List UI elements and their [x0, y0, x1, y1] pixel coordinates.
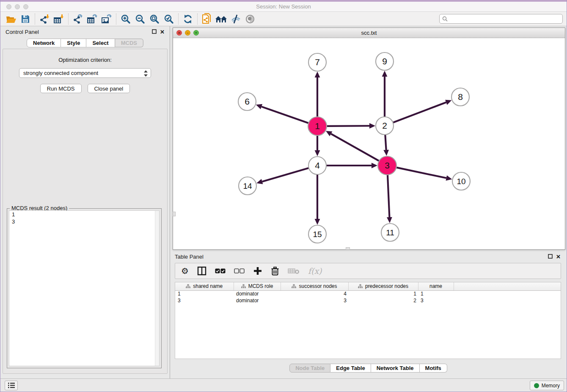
refresh-view-button[interactable] [181, 13, 195, 25]
cell-shared-name[interactable]: 3 [175, 297, 234, 304]
home-icon [215, 14, 228, 24]
svg-text:1: 1 [315, 121, 320, 131]
network-window-title: scc.txt [173, 30, 565, 36]
export-image-button[interactable] [99, 13, 114, 25]
float-panel-icon[interactable] [548, 254, 553, 260]
splitter-handle-vertical[interactable] [173, 212, 176, 216]
columns-icon [197, 266, 206, 276]
column-header-filler [454, 282, 561, 290]
zoom-out-button[interactable] [133, 13, 147, 25]
toolbar-search-field[interactable] [439, 14, 563, 24]
column-header-name[interactable]: name [418, 282, 454, 290]
network-view-window: ✕ − + scc.txt 7968124314101511 [173, 28, 565, 250]
hierarchy-icon [186, 284, 190, 288]
refresh-icon [183, 14, 193, 24]
control-panel-header: Control Panel ✕ [0, 26, 170, 37]
window-titlebar[interactable]: Session: New Session [0, 2, 567, 12]
save-session-button[interactable] [18, 13, 33, 25]
cell-mcds-role[interactable]: dominator [234, 297, 281, 304]
toolbar-separator [68, 14, 69, 25]
application-window: Session: New Session [0, 0, 567, 392]
result-scrollbar[interactable] [155, 211, 159, 366]
show-details-eye-icon [245, 14, 255, 24]
float-panel-icon[interactable] [152, 29, 157, 35]
cell-name[interactable]: 3 [418, 297, 454, 304]
search-input[interactable] [450, 16, 560, 22]
cell-successor-nodes[interactable]: 4 [281, 290, 348, 297]
tab-network-table[interactable]: Network Table [371, 364, 420, 373]
tab-select[interactable]: Select [86, 39, 115, 47]
column-visibility-button[interactable] [197, 266, 206, 276]
table-row[interactable]: 1 dominator 4 1 1 [175, 290, 561, 297]
network-window-titlebar[interactable]: ✕ − + scc.txt [173, 28, 565, 38]
tab-node-table[interactable]: Node Table [289, 364, 330, 373]
cell-predecessor-nodes[interactable]: 2 [348, 297, 418, 304]
cell-shared-name[interactable]: 1 [175, 290, 234, 297]
window-title: Session: New Session [0, 3, 567, 10]
add-column-button[interactable] [253, 266, 262, 276]
optimization-criterion-select[interactable]: strongly connected component [19, 68, 151, 78]
save-icon [21, 14, 30, 24]
right-area: ✕ − + scc.txt 7968124314101511 Table Pan… [170, 26, 567, 378]
node-table[interactable]: shared name MCDS role successor nodes pr… [175, 282, 561, 359]
delete-column-button[interactable] [271, 266, 279, 276]
zoom-in-button[interactable] [118, 13, 133, 25]
run-mcds-button[interactable]: Run MCDS [40, 84, 82, 93]
mcds-result-textarea[interactable]: 1 3 [9, 210, 160, 366]
select-all-button[interactable] [215, 268, 226, 273]
optimization-criterion-value: strongly connected component [23, 70, 98, 76]
table-row[interactable]: 3 dominator 3 2 3 [175, 297, 561, 304]
table-panel: Table Panel ✕ ⚙ f(x) [170, 251, 567, 378]
export-network-button[interactable] [71, 13, 85, 25]
import-table-button[interactable] [52, 13, 66, 25]
splitter-handle-horizontal[interactable] [346, 247, 350, 250]
network-graph[interactable]: 7968124314101511 [173, 39, 566, 249]
column-header-shared-name[interactable]: shared name [175, 282, 234, 290]
cell-name[interactable]: 1 [418, 290, 454, 297]
task-history-button[interactable] [5, 381, 18, 390]
column-header-successor-nodes[interactable]: successor nodes [281, 282, 348, 290]
import-network-button[interactable] [37, 13, 52, 25]
tab-style[interactable]: Style [61, 39, 86, 47]
cell-mcds-role[interactable]: dominator [234, 290, 281, 297]
toolbar-separator [35, 14, 35, 25]
svg-text:14: 14 [243, 182, 252, 190]
svg-text:7: 7 [315, 57, 320, 67]
unchecked-boxes-icon [234, 268, 245, 273]
tab-network[interactable]: Network [27, 39, 61, 47]
export-table-button[interactable] [85, 13, 99, 25]
zoom-selected-button[interactable] [162, 13, 176, 25]
network-file-button[interactable] [200, 13, 214, 25]
fx-icon: f(x) [308, 266, 322, 276]
delete-table-button[interactable] [288, 268, 300, 274]
column-header-mcds-role[interactable]: MCDS role [234, 282, 281, 290]
open-file-button[interactable] [4, 13, 18, 25]
show-graphics-details-button[interactable] [243, 13, 257, 25]
control-panel-tabs: Network Style Select MCDS [0, 39, 170, 47]
memory-button[interactable]: Memory [530, 381, 564, 390]
cell-successor-nodes[interactable]: 3 [281, 297, 348, 304]
tab-motifs[interactable]: Motifs [420, 364, 447, 373]
select-chevrons-icon [143, 70, 148, 78]
network-canvas[interactable]: 7968124314101511 [173, 39, 565, 249]
toolbar-separator [116, 14, 116, 25]
cell-predecessor-nodes[interactable]: 1 [348, 290, 418, 297]
hide-graphics-details-button[interactable] [228, 13, 243, 25]
home-button[interactable] [214, 13, 228, 25]
svg-text:8: 8 [458, 92, 463, 102]
close-panel-icon[interactable]: ✕ [160, 29, 165, 35]
function-builder-button[interactable]: f(x) [308, 266, 322, 276]
main-toolbar [0, 12, 567, 26]
close-panel-button[interactable]: Close panel [88, 84, 130, 93]
tab-mcds[interactable]: MCDS [115, 39, 143, 47]
tab-edge-table[interactable]: Edge Table [330, 364, 371, 373]
optimization-criterion-label: Optimization criterion: [3, 57, 167, 63]
table-options-button[interactable]: ⚙ [181, 267, 189, 275]
zoom-fit-button[interactable] [147, 13, 162, 25]
zoom-fit-icon [149, 14, 160, 24]
svg-text:11: 11 [386, 228, 394, 237]
column-header-predecessor-nodes[interactable]: predecessor nodes [348, 282, 418, 290]
deselect-all-button[interactable] [234, 268, 245, 273]
close-panel-icon[interactable]: ✕ [556, 254, 561, 260]
toolbar-separator [197, 14, 198, 25]
